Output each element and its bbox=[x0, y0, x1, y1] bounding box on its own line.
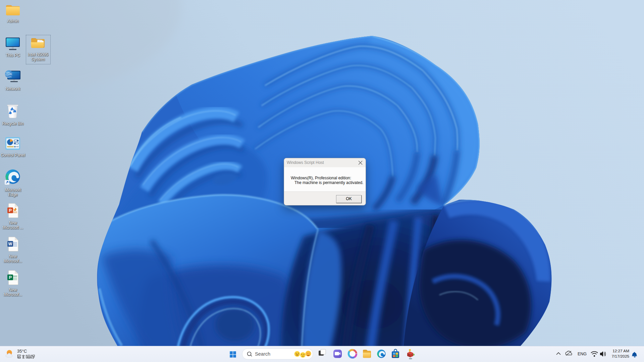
svg-text:W: W bbox=[8, 242, 12, 246]
svg-text:12:27 AM: 12:27 AM bbox=[612, 349, 629, 353]
svg-text:P: P bbox=[9, 275, 12, 280]
svg-text:Search: Search bbox=[255, 351, 270, 357]
svg-text:7/17/2025: 7/17/2025 bbox=[612, 354, 630, 359]
svg-text:35°C: 35°C bbox=[17, 349, 27, 354]
svg-text:ENG: ENG bbox=[578, 352, 587, 356]
svg-text:P: P bbox=[9, 208, 12, 213]
